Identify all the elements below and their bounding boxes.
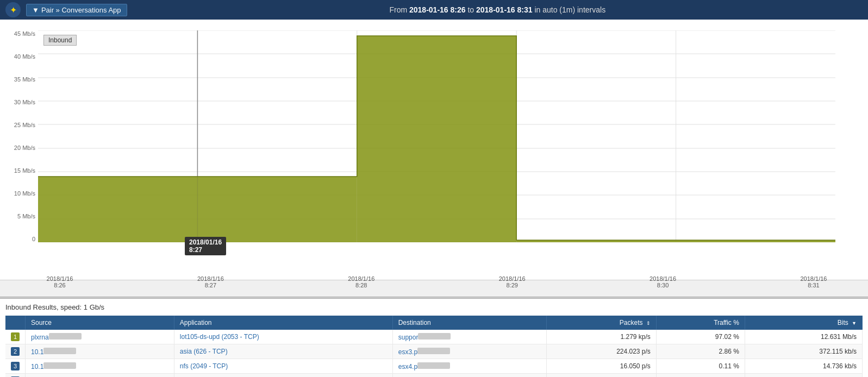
nav-text: Pair » Conversations App — [41, 6, 121, 14]
y-label-20: 20 Mb/s — [3, 144, 35, 151]
row-num-cell: 3 — [5, 359, 26, 374]
x-label-830: 2018/1/168:30 — [641, 275, 685, 288]
packets-cell: 0.160 p/s — [547, 374, 657, 378]
source-blurred — [43, 362, 76, 369]
y-label-30: 30 Mb/s — [3, 99, 35, 105]
row-num-cell: 4 — [5, 374, 26, 378]
nav-breadcrumb[interactable]: ▼ Pair » Conversations App — [26, 4, 127, 16]
x-label-828: 2018/1/168:28 — [340, 275, 383, 288]
source-blurred — [43, 348, 76, 354]
chart-svg — [38, 30, 835, 242]
x-label-826: 2018/1/168:26 — [38, 275, 82, 288]
table-body: 1plxrnalot105-ds-upd (2053 - TCP)suppor1… — [5, 330, 863, 377]
packets-cell: 16.050 p/s — [547, 359, 657, 374]
logo-icon: ✦ — [10, 5, 17, 15]
row-num-badge: 1 — [11, 332, 20, 341]
destination-blurred — [418, 333, 451, 340]
bits-cell: 1.031 kb/s — [745, 374, 862, 378]
col-bits: Bits ▼ — [745, 316, 862, 330]
destination-cell: suppor — [392, 330, 547, 344]
y-label-15: 15 Mb/s — [3, 167, 35, 174]
application-cell: asia (626 - TCP) — [174, 344, 392, 359]
col-traffic: Traffic % — [656, 316, 745, 330]
row-num-badge: 2 — [11, 347, 20, 356]
traffic-cell: 2.86 % — [656, 344, 745, 359]
title-from: 2018-01-16 8:26 — [409, 5, 466, 14]
traffic-cell: 0.01 % — [656, 374, 745, 378]
svg-rect-16 — [357, 36, 516, 242]
title-prefix: From — [389, 5, 409, 14]
application-link[interactable]: lot105-ds-upd (2053 - TCP) — [180, 333, 259, 341]
row-num-badge: 3 — [11, 362, 20, 370]
destination-cell: esx3.p — [392, 344, 547, 359]
source-link[interactable]: 10.1 — [31, 348, 43, 356]
application-cell: lot105-ds-upd (2053 - TCP) — [174, 330, 392, 344]
row-num-cell: 1 — [5, 330, 26, 344]
packets-cell: 224.023 p/s — [547, 344, 657, 359]
source-cell: 10.1 — [26, 374, 174, 378]
application-link[interactable]: nfs (2049 - TCP) — [180, 362, 228, 370]
traffic-cell: 0.11 % — [656, 359, 745, 374]
x-label-827: 2018/1/168:27 — [189, 275, 232, 288]
bits-cell: 372.115 kb/s — [745, 344, 862, 359]
chart-inner: Inbound 0 5 Mb/s 10 Mb/s 15 Mb/s 20 Mb/s… — [38, 30, 835, 259]
title-suffix: in auto (1m) intervals — [533, 5, 606, 14]
table-row: 410.1HTTPS (443 - TCP)prtg.p0.160 p/s0.0… — [5, 374, 863, 378]
sort-icon: ⇕ — [646, 321, 651, 326]
source-link[interactable]: 10.1 — [31, 363, 43, 370]
y-label-5: 5 Mb/s — [3, 213, 35, 219]
tooltip-date: 2018/01/16 — [189, 238, 222, 246]
results-table: Source Application Destination Packets ⇕… — [5, 316, 863, 377]
destination-link[interactable]: suppor — [398, 334, 419, 341]
col-application: Application — [174, 316, 392, 330]
x-axis: 2018/1/168:26 2018/1/168:27 2018/1/168:2… — [38, 275, 835, 288]
tooltip-time: 8:27 — [189, 246, 222, 254]
sort-down-icon: ▼ — [852, 321, 857, 326]
y-label-35: 35 Mb/s — [3, 76, 35, 83]
source-blurred — [49, 333, 82, 340]
destination-cell: esx4.p — [392, 359, 547, 374]
y-label-40: 40 Mb/s — [3, 53, 35, 60]
results-section: Inbound Results, speed: 1 Gb/s Source Ap… — [0, 299, 868, 377]
destination-link[interactable]: esx3.p — [398, 348, 417, 356]
source-link[interactable]: plxrna — [31, 334, 49, 341]
chart-tooltip: 2018/01/16 8:27 — [185, 237, 226, 255]
col-packets: Packets ⇕ — [547, 316, 657, 330]
table-row: 1plxrnalot105-ds-upd (2053 - TCP)suppor1… — [5, 330, 863, 344]
destination-cell: prtg.p — [392, 374, 547, 378]
row-num-cell: 2 — [5, 344, 26, 359]
x-label-831: 2018/1/168:31 — [792, 275, 835, 288]
bits-cell: 12.631 Mb/s — [745, 330, 862, 344]
destination-link[interactable]: esx4.p — [398, 363, 417, 370]
inbound-label-text: Inbound — [48, 36, 72, 44]
x-label-829: 2018/1/168:29 — [490, 275, 534, 288]
application-link[interactable]: asia (626 - TCP) — [180, 348, 228, 355]
table-row: 210.1asia (626 - TCP)esx3.p224.023 p/s2.… — [5, 344, 863, 359]
col-destination: Destination — [392, 316, 547, 330]
packets-cell: 1.279 kp/s — [547, 330, 657, 344]
inbound-label: Inbound — [43, 35, 77, 46]
application-cell: nfs (2049 - TCP) — [174, 359, 392, 374]
y-label-25: 25 Mb/s — [3, 122, 35, 128]
app-header: ✦ ▼ Pair » Conversations App From 2018-0… — [0, 0, 868, 20]
y-axis: 0 5 Mb/s 10 Mb/s 15 Mb/s 20 Mb/s 25 Mb/s… — [3, 30, 35, 242]
chart-time-range: From 2018-01-16 8:26 to 2018-01-16 8:31 … — [133, 5, 863, 14]
nav-triangle-icon: ▼ — [32, 6, 39, 14]
application-cell: HTTPS (443 - TCP) — [174, 374, 392, 378]
destination-blurred — [417, 348, 450, 354]
table-row: 310.1nfs (2049 - TCP)esx4.p16.050 p/s0.1… — [5, 359, 863, 374]
col-num — [5, 316, 26, 330]
col-source: Source — [26, 316, 174, 330]
source-cell: 10.1 — [26, 344, 174, 359]
destination-blurred — [417, 362, 450, 369]
source-cell: 10.1 — [26, 359, 174, 374]
y-label-0: 0 — [3, 236, 35, 242]
results-title: Inbound Results, speed: 1 Gb/s — [5, 303, 863, 311]
bits-cell: 14.736 kb/s — [745, 359, 862, 374]
y-label-10: 10 Mb/s — [3, 190, 35, 197]
app-logo: ✦ — [5, 2, 21, 17]
title-to-prefix: to — [466, 5, 476, 14]
svg-rect-14 — [38, 177, 197, 242]
source-cell: plxrna — [26, 330, 174, 344]
table-header-row: Source Application Destination Packets ⇕… — [5, 316, 863, 330]
